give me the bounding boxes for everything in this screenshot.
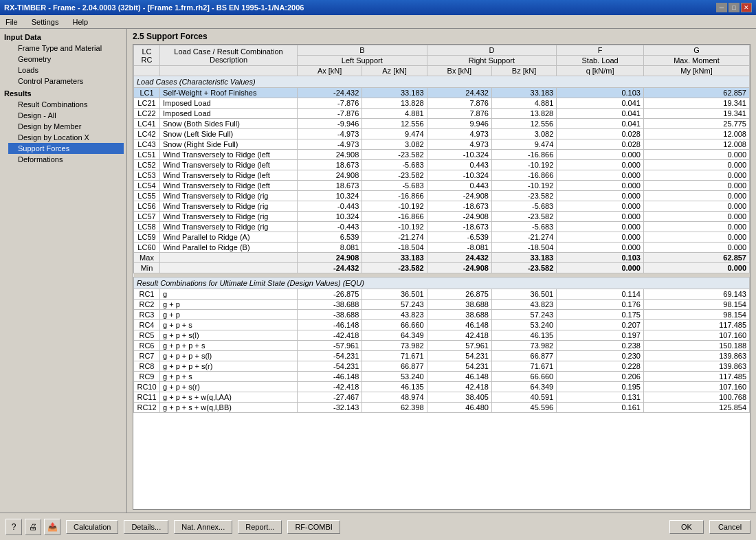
print-icon-button[interactable]: 🖨 [25,519,41,535]
lc-id: Min [134,263,160,273]
q-val: 0.028 [557,139,644,150]
q-val: 0.238 [557,341,644,351]
sidebar-item-design-all[interactable]: Design - All [8,110,124,121]
rc-desc: g + p [160,300,298,310]
ax-val: -32.143 [298,403,362,413]
az-val: 12.556 [362,119,427,129]
menu-help[interactable]: Help [69,17,91,27]
rc-desc: g + p + s + w(q,l,AA) [160,392,298,403]
rc-desc: g + p + s [160,320,298,330]
lc-desc: Wind Transversely to Ridge (rig [160,212,298,222]
rc-desc: g + p + p + s(r) [160,361,298,372]
ax-val: -57.961 [298,341,362,351]
table-row: LC55 Wind Transversely to Ridge (rig 10.… [134,191,750,201]
lc-desc: Self-Weight + Roof Finishes [160,88,298,98]
table-row: RC10 g + p + s(r) -42.418 46.135 42.418 … [134,382,750,392]
table-container[interactable]: LCRC Load Case / Result CombinationDescr… [133,44,751,510]
bx-val: -24.908 [427,263,491,273]
export-icon-button[interactable]: 📤 [44,519,60,535]
bz-val: -23.582 [491,263,556,273]
calculation-button[interactable]: Calculation [66,520,118,534]
my-val: 98.154 [643,300,749,310]
bz-val: 66.877 [491,351,556,361]
q-val: 0.103 [557,253,644,263]
cancel-button[interactable]: Cancel [709,520,751,534]
close-button[interactable]: ✕ [741,3,752,12]
ax-val: 10.324 [298,212,362,222]
minimize-button[interactable]: ─ [716,3,727,12]
ax-val: 18.673 [298,181,362,191]
my-val: 0.000 [643,243,749,253]
rf-combi-button[interactable]: RF-COMBI [287,520,340,534]
q-val: 0.103 [557,88,644,98]
sidebar-input-data-header: Input Data [3,32,124,43]
az-val: 53.240 [362,372,427,382]
q-val: 0.195 [557,382,644,392]
sidebar-item-support-forces[interactable]: Support Forces [8,143,124,154]
lc-desc: Wind Parallel to Ridge (B) [160,243,298,253]
footer: ? 🖨 📤 Calculation Details... Nat. Annex.… [0,513,756,540]
az-val: 46.135 [362,382,427,392]
details-button[interactable]: Details... [124,520,168,534]
menu-file[interactable]: File [3,17,21,27]
az-val: 36.501 [362,289,427,300]
bz-val: 36.501 [491,289,556,300]
ok-button[interactable]: OK [669,520,704,534]
title-bar: RX-TIMBER - Frame - 2.04.0003 (32bit) - … [0,0,756,15]
sidebar-item-deformations[interactable]: Deformations [8,154,124,165]
rc-id: RC4 [134,320,160,330]
bx-val: -18.673 [427,222,491,232]
bx-val: 4.973 [427,129,491,139]
bz-val: 45.596 [491,403,556,413]
sidebar-item-design-by-location[interactable]: Design by Location X [8,132,124,143]
my-val: 0.000 [643,170,749,181]
bx-val: 38.405 [427,392,491,403]
sidebar-item-loads[interactable]: Loads [8,65,124,76]
bx-val: -10.324 [427,170,491,181]
footer-right-buttons: OK Cancel [669,520,751,534]
table-row: RC9 g + p + s -46.148 53.240 46.148 66.6… [134,372,750,382]
my-val: 150.188 [643,341,749,351]
nat-annex-button[interactable]: Nat. Annex... [174,520,232,534]
q-val: 0.131 [557,392,644,403]
maximize-button[interactable]: □ [729,3,740,12]
menu-settings[interactable]: Settings [29,17,62,27]
az-val: -23.582 [362,150,427,160]
lc-id: LC21 [134,98,160,109]
sidebar-item-design-by-member[interactable]: Design by Member [8,121,124,132]
bx-val: 42.418 [427,330,491,341]
q-val: 0.041 [557,119,644,129]
bz-val: 3.082 [491,129,556,139]
sidebar-item-frame-type[interactable]: Frame Type and Material [8,43,124,54]
az-val: 66.877 [362,361,427,372]
ax-val: 24.908 [298,170,362,181]
sidebar-item-control-params[interactable]: Control Parameters [8,76,124,87]
bz-val: 4.881 [491,98,556,109]
sidebar-item-result-combinations[interactable]: Result Combinations [8,99,124,110]
help-icon-button[interactable]: ? [5,519,22,535]
ax-val: -4.973 [298,129,362,139]
lc-id: LC56 [134,201,160,212]
ax-val: -42.418 [298,382,362,392]
table-row: LC43 Snow (Right Side Full) -4.973 3.082… [134,139,750,150]
my-val: 19.341 [643,109,749,119]
az-val: -21.274 [362,232,427,243]
ax-val: -27.467 [298,392,362,403]
table-row: RC12 g + p + s + w(q,l,BB) -32.143 62.39… [134,403,750,413]
col-header-lc-rc: LCRC [134,45,160,66]
bx-val: -8.081 [427,243,491,253]
col-header-lc [134,66,160,76]
report-button[interactable]: Report... [238,520,282,534]
sidebar-item-geometry[interactable]: Geometry [8,54,124,65]
q-val: 0.228 [557,361,644,372]
sidebar: Input Data Frame Type and Material Geome… [0,29,127,513]
col-header-b: B [298,45,427,56]
my-val: 107.160 [643,382,749,392]
az-val: 48.974 [362,392,427,403]
az-val: 73.982 [362,341,427,351]
bz-val: 33.183 [491,88,556,98]
my-val: 0.000 [643,181,749,191]
table-row: RC4 g + p + s -46.148 66.660 46.148 53.2… [134,320,750,330]
lc-id: LC41 [134,119,160,129]
az-val: 71.671 [362,351,427,361]
